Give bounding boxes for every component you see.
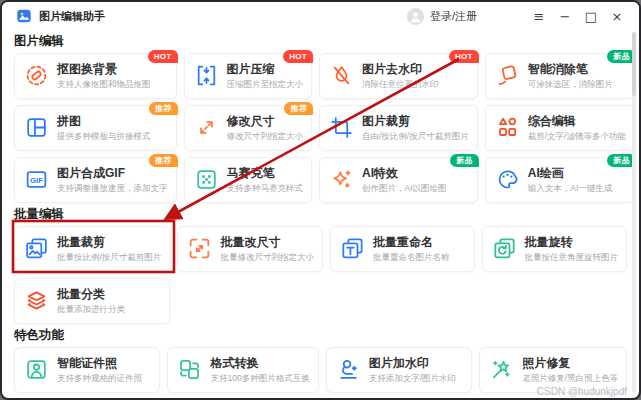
card-smart-eraser[interactable]: 智能消除笔可涂抹选区，消除图片新品 xyxy=(485,53,635,99)
scissors-cutout-icon xyxy=(24,63,49,88)
card-batch-rotate[interactable]: 批量旋转批量按任意角度旋转图片 xyxy=(482,226,628,272)
card-collage[interactable]: 拼图提供多种模板与拼接模式推荐 xyxy=(14,105,177,151)
stamp-person-icon xyxy=(336,357,361,382)
card-title: 图片加水印 xyxy=(369,356,456,370)
card-ai-painting[interactable]: AI绘画输入文本，AI一键生成新品 xyxy=(485,157,635,203)
card-subtitle: 老照片修复/黑白照上色等 xyxy=(522,373,618,383)
scrollbar-thumb[interactable] xyxy=(632,32,636,96)
card-title: 批量旋转 xyxy=(525,235,619,249)
card-title: 批量裁剪 xyxy=(57,235,161,249)
card-subtitle: 支持人像抠图和物品抠图 xyxy=(57,79,151,89)
card-subtitle: 消除任意位置的水印 xyxy=(362,79,439,89)
batch-rename-icon xyxy=(340,236,365,261)
user-avatar[interactable] xyxy=(407,8,424,25)
card-subtitle: 支持100多种图片格式互换 xyxy=(210,373,309,383)
card-format-convert[interactable]: 格式转换支持100多种图片格式互换 xyxy=(167,347,318,393)
card-text: 批量分类批量添加进行分类 xyxy=(57,287,125,314)
crop-icon xyxy=(329,115,354,140)
card-text: 智能消除笔可涂抹选区，消除图片 xyxy=(528,62,613,89)
maximize-icon[interactable]: □ xyxy=(581,6,601,26)
login-register-link[interactable]: 登录/注册 xyxy=(430,9,477,24)
card-subtitle: 批量添加进行分类 xyxy=(57,304,125,314)
batch-rotate-icon xyxy=(492,236,517,261)
convert-icon xyxy=(177,357,202,382)
card-text: 图片压缩压缩图片至指定大小 xyxy=(227,62,304,89)
main-content: 图片编辑抠图换背景支持人像抠图和物品抠图HOT图片压缩压缩图片至指定大小HOT图… xyxy=(2,30,639,393)
card-resize[interactable]: 修改尺寸修改尺寸到指定大小推荐 xyxy=(184,105,313,151)
collage-grid-icon xyxy=(24,115,49,140)
card-text: 马赛克笔支持多种马赛克样式 xyxy=(227,166,304,193)
sparkle-icon xyxy=(329,167,354,192)
card-subtitle: 支持调整播放速度，添加文字 xyxy=(57,183,168,193)
card-grid-batch-edit: 批量裁剪批量按比例/按尺寸裁剪图片批量改尺寸批量修改尺寸到指定大小批量重命名批量… xyxy=(14,226,627,324)
menu-icon[interactable]: ≡ xyxy=(529,6,549,26)
badge-ai-effects: 新品 xyxy=(450,154,479,167)
card-title: 照片修复 xyxy=(522,356,618,370)
card-batch-resize[interactable]: 批量改尺寸批量修改尺寸到指定大小 xyxy=(177,226,323,272)
eraser-pen-icon xyxy=(495,63,520,88)
card-subtitle: 裁剪/文字/滤镜等多个功能 xyxy=(528,131,626,141)
card-text: AI特效创作图片，AI以图绘图 xyxy=(362,166,447,193)
card-ai-effects[interactable]: AI特效创作图片，AI以图绘图新品 xyxy=(319,157,478,203)
card-subtitle: 批量按比例/按尺寸裁剪图片 xyxy=(57,252,161,262)
card-batch-crop[interactable]: 批量裁剪批量按比例/按尺寸裁剪图片 xyxy=(14,226,170,272)
card-title: 图片压缩 xyxy=(227,62,304,76)
palette-icon xyxy=(495,167,520,192)
card-crop[interactable]: 图片裁剪自由/按比例/按尺寸裁剪图片 xyxy=(319,105,478,151)
mosaic-icon xyxy=(194,167,219,192)
card-title: 马赛克笔 xyxy=(227,166,304,180)
card-title: AI绘画 xyxy=(528,166,613,180)
card-text: 智能证件照支持多种规格的证件照 xyxy=(57,356,142,383)
card-watermark-remove[interactable]: 图片去水印消除任意位置的水印HOT xyxy=(319,53,478,99)
card-title: 抠图换背景 xyxy=(57,62,151,76)
droplet-slash-icon xyxy=(329,63,354,88)
card-batch-classify[interactable]: 批量分类批量添加进行分类 xyxy=(14,278,170,324)
shapes-icon xyxy=(495,115,520,140)
window-controls: ≡ − □ × xyxy=(523,6,627,26)
section-title-featured: 特色功能 xyxy=(14,328,627,342)
card-grid-image-edit: 抠图换背景支持人像抠图和物品抠图HOT图片压缩压缩图片至指定大小HOT图片去水印… xyxy=(14,53,627,203)
card-all-in-one-edit[interactable]: 综合编辑裁剪/文字/滤镜等多个功能 xyxy=(485,105,635,151)
svg-text:GIF: GIF xyxy=(30,176,43,185)
app-logo-icon xyxy=(16,8,32,24)
card-add-watermark[interactable]: 图片加水印支持添加文字/图片水印 xyxy=(326,347,472,393)
card-subtitle: 支持多种规格的证件照 xyxy=(57,373,142,383)
card-gif-maker[interactable]: GIF图片合成GIF支持调整播放速度，添加文字推荐 xyxy=(14,157,177,203)
card-subtitle: 创作图片，AI以图绘图 xyxy=(362,183,447,193)
card-title: 图片裁剪 xyxy=(362,114,469,128)
title-bar: 图片编辑助手 登录/注册 ≡ − □ × xyxy=(2,2,639,30)
card-subtitle: 压缩图片至指定大小 xyxy=(227,79,304,89)
card-title: 智能证件照 xyxy=(57,356,142,370)
card-id-photo[interactable]: 智能证件照支持多种规格的证件照 xyxy=(14,347,160,393)
id-photo-icon xyxy=(24,357,49,382)
card-subtitle: 批量按任意角度旋转图片 xyxy=(525,252,619,262)
card-title: 综合编辑 xyxy=(528,114,626,128)
card-subtitle: 输入文本，AI一键生成 xyxy=(528,183,613,193)
close-icon[interactable]: × xyxy=(607,6,627,26)
card-text: 图片裁剪自由/按比例/按尺寸裁剪图片 xyxy=(362,114,469,141)
card-mosaic-pen[interactable]: 马赛克笔支持多种马赛克样式 xyxy=(184,157,313,203)
badge-cutout-bg: HOT xyxy=(148,50,178,63)
card-text: 照片修复老照片修复/黑白照上色等 xyxy=(522,356,618,383)
card-batch-rename[interactable]: 批量重命名批量重命名图片名称 xyxy=(330,226,475,272)
card-text: 抠图换背景支持人像抠图和物品抠图 xyxy=(57,62,151,89)
card-text: 综合编辑裁剪/文字/滤镜等多个功能 xyxy=(528,114,626,141)
vertical-scrollbar[interactable] xyxy=(632,32,636,393)
card-title: 批量分类 xyxy=(57,287,125,301)
card-text: 图片合成GIF支持调整播放速度，添加文字 xyxy=(57,166,168,193)
card-text: AI绘画输入文本，AI一键生成 xyxy=(528,166,613,193)
resize-diagonal-icon xyxy=(194,115,219,140)
minimize-icon[interactable]: − xyxy=(555,6,575,26)
card-subtitle: 批量重命名图片名称 xyxy=(373,252,450,262)
card-title: 拼图 xyxy=(57,114,151,128)
card-subtitle: 提供多种模板与拼接模式 xyxy=(57,131,151,141)
batch-crop-icon xyxy=(24,236,49,261)
card-image-compress[interactable]: 图片压缩压缩图片至指定大小HOT xyxy=(184,53,313,99)
card-cutout-bg[interactable]: 抠图换背景支持人像抠图和物品抠图HOT xyxy=(14,53,177,99)
card-title: 格式转换 xyxy=(210,356,309,370)
card-subtitle: 修改尺寸到指定大小 xyxy=(227,131,304,141)
card-text: 图片去水印消除任意位置的水印 xyxy=(362,62,439,89)
section-title-batch-edit: 批量编辑 xyxy=(14,207,627,221)
card-text: 格式转换支持100多种图片格式互换 xyxy=(210,356,309,383)
layers-icon xyxy=(24,288,49,313)
